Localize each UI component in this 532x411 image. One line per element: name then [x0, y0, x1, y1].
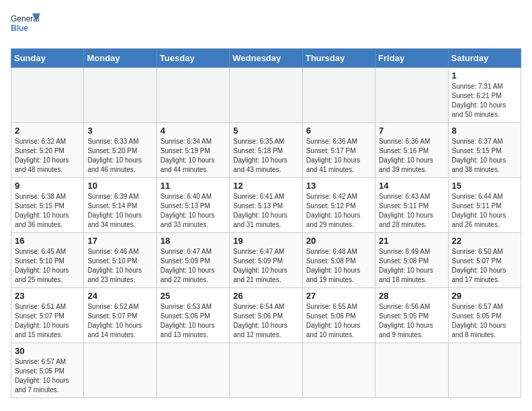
calendar-day-cell: 9Sunrise: 6:38 AM Sunset: 5:15 PM Daylig…: [11, 178, 84, 233]
day-info: Sunrise: 6:34 AM Sunset: 5:19 PM Dayligh…: [161, 137, 226, 175]
day-info: Sunrise: 6:55 AM Sunset: 5:06 PM Dayligh…: [306, 302, 371, 340]
calendar-week-row: 16Sunrise: 6:45 AM Sunset: 5:10 PM Dayli…: [11, 233, 521, 288]
day-number: 3: [87, 126, 152, 136]
calendar-day-cell: [448, 343, 521, 398]
calendar-day-cell: 19Sunrise: 6:47 AM Sunset: 5:09 PM Dayli…: [230, 233, 302, 288]
day-number: 20: [306, 236, 371, 246]
day-info: Sunrise: 6:46 AM Sunset: 5:10 PM Dayligh…: [87, 247, 152, 285]
day-number: 29: [452, 291, 517, 301]
calendar-day-cell: 10Sunrise: 6:39 AM Sunset: 5:14 PM Dayli…: [84, 178, 157, 233]
day-number: 19: [233, 236, 298, 246]
calendar-day-cell: [302, 343, 375, 398]
day-number: 5: [233, 126, 298, 136]
day-info: Sunrise: 6:54 AM Sunset: 5:06 PM Dayligh…: [233, 302, 298, 340]
calendar-day-cell: 6Sunrise: 6:36 AM Sunset: 5:17 PM Daylig…: [302, 123, 375, 178]
calendar-day-cell: 13Sunrise: 6:42 AM Sunset: 5:12 PM Dayli…: [302, 178, 375, 233]
day-info: Sunrise: 6:47 AM Sunset: 5:09 PM Dayligh…: [233, 247, 298, 285]
calendar-day-cell: 16Sunrise: 6:45 AM Sunset: 5:10 PM Dayli…: [11, 233, 84, 288]
day-info: Sunrise: 6:49 AM Sunset: 5:08 PM Dayligh…: [379, 247, 444, 285]
calendar-week-row: 23Sunrise: 6:51 AM Sunset: 5:07 PM Dayli…: [11, 288, 521, 343]
day-number: 6: [306, 126, 371, 136]
calendar-day-cell: 14Sunrise: 6:43 AM Sunset: 5:11 PM Dayli…: [375, 178, 448, 233]
day-number: 12: [233, 181, 298, 191]
calendar-day-cell: [84, 68, 157, 123]
calendar-day-cell: 11Sunrise: 6:40 AM Sunset: 5:13 PM Dayli…: [157, 178, 229, 233]
day-info: Sunrise: 6:43 AM Sunset: 5:11 PM Dayligh…: [379, 192, 444, 230]
calendar-day-cell: [230, 343, 302, 398]
day-number: 14: [379, 181, 444, 191]
calendar-week-row: 1Sunrise: 7:31 AM Sunset: 6:21 PM Daylig…: [11, 68, 521, 123]
calendar-day-cell: 22Sunrise: 6:50 AM Sunset: 5:07 PM Dayli…: [448, 233, 521, 288]
day-number: 1: [452, 71, 517, 81]
calendar-day-cell: 27Sunrise: 6:55 AM Sunset: 5:06 PM Dayli…: [302, 288, 375, 343]
day-info: Sunrise: 6:53 AM Sunset: 5:06 PM Dayligh…: [161, 302, 226, 340]
calendar-day-cell: 20Sunrise: 6:48 AM Sunset: 5:08 PM Dayli…: [302, 233, 375, 288]
day-info: Sunrise: 6:37 AM Sunset: 5:15 PM Dayligh…: [452, 137, 517, 175]
calendar-day-cell: 8Sunrise: 6:37 AM Sunset: 5:15 PM Daylig…: [448, 123, 521, 178]
day-info: Sunrise: 6:35 AM Sunset: 5:18 PM Dayligh…: [233, 137, 298, 175]
day-number: 27: [306, 291, 371, 301]
calendar-week-row: 30Sunrise: 6:57 AM Sunset: 5:05 PM Dayli…: [11, 343, 521, 398]
calendar-header-friday: Friday: [375, 49, 448, 68]
calendar-day-cell: 29Sunrise: 6:57 AM Sunset: 5:05 PM Dayli…: [448, 288, 521, 343]
day-number: 25: [161, 291, 226, 301]
calendar-day-cell: 25Sunrise: 6:53 AM Sunset: 5:06 PM Dayli…: [157, 288, 229, 343]
calendar-day-cell: [230, 68, 302, 123]
day-info: Sunrise: 6:33 AM Sunset: 5:20 PM Dayligh…: [87, 137, 152, 175]
day-info: Sunrise: 6:38 AM Sunset: 5:15 PM Dayligh…: [15, 192, 80, 230]
calendar-day-cell: 30Sunrise: 6:57 AM Sunset: 5:05 PM Dayli…: [11, 343, 84, 398]
calendar-header-row: SundayMondayTuesdayWednesdayThursdayFrid…: [11, 49, 521, 68]
day-number: 18: [161, 236, 226, 246]
day-number: 21: [379, 236, 444, 246]
day-info: Sunrise: 6:45 AM Sunset: 5:10 PM Dayligh…: [15, 247, 80, 285]
day-info: Sunrise: 6:57 AM Sunset: 5:05 PM Dayligh…: [452, 302, 517, 340]
day-info: Sunrise: 6:57 AM Sunset: 5:05 PM Dayligh…: [15, 357, 80, 395]
calendar-header-thursday: Thursday: [302, 49, 375, 68]
calendar-header-tuesday: Tuesday: [157, 49, 229, 68]
day-number: 30: [15, 346, 80, 356]
day-info: Sunrise: 6:40 AM Sunset: 5:13 PM Dayligh…: [161, 192, 226, 230]
day-info: Sunrise: 6:50 AM Sunset: 5:07 PM Dayligh…: [452, 247, 517, 285]
calendar-header-monday: Monday: [84, 49, 157, 68]
calendar-day-cell: 15Sunrise: 6:44 AM Sunset: 5:11 PM Dayli…: [448, 178, 521, 233]
calendar-day-cell: 28Sunrise: 6:56 AM Sunset: 5:05 PM Dayli…: [375, 288, 448, 343]
day-info: Sunrise: 6:52 AM Sunset: 5:07 PM Dayligh…: [87, 302, 152, 340]
calendar-day-cell: 4Sunrise: 6:34 AM Sunset: 5:19 PM Daylig…: [157, 123, 229, 178]
day-number: 8: [452, 126, 517, 136]
day-number: 15: [452, 181, 517, 191]
day-number: 23: [15, 291, 80, 301]
logo: GeneralBlue: [11, 11, 44, 40]
calendar-day-cell: [157, 343, 229, 398]
calendar-day-cell: [375, 68, 448, 123]
calendar-table: SundayMondayTuesdayWednesdayThursdayFrid…: [11, 48, 521, 398]
day-number: 10: [87, 181, 152, 191]
day-info: Sunrise: 6:51 AM Sunset: 5:07 PM Dayligh…: [15, 302, 80, 340]
calendar-day-cell: 1Sunrise: 7:31 AM Sunset: 6:21 PM Daylig…: [448, 68, 521, 123]
day-info: Sunrise: 6:47 AM Sunset: 5:09 PM Dayligh…: [161, 247, 226, 285]
day-info: Sunrise: 6:44 AM Sunset: 5:11 PM Dayligh…: [452, 192, 517, 230]
day-info: Sunrise: 6:48 AM Sunset: 5:08 PM Dayligh…: [306, 247, 371, 285]
calendar-week-row: 9Sunrise: 6:38 AM Sunset: 5:15 PM Daylig…: [11, 178, 521, 233]
day-info: Sunrise: 6:36 AM Sunset: 5:17 PM Dayligh…: [306, 137, 371, 175]
day-info: Sunrise: 6:39 AM Sunset: 5:14 PM Dayligh…: [87, 192, 152, 230]
day-number: 26: [233, 291, 298, 301]
svg-text:Blue: Blue: [11, 24, 28, 33]
day-number: 28: [379, 291, 444, 301]
day-info: Sunrise: 6:56 AM Sunset: 5:05 PM Dayligh…: [379, 302, 444, 340]
day-number: 17: [87, 236, 152, 246]
calendar-day-cell: 12Sunrise: 6:41 AM Sunset: 5:13 PM Dayli…: [230, 178, 302, 233]
day-info: Sunrise: 6:36 AM Sunset: 5:16 PM Dayligh…: [379, 137, 444, 175]
day-number: 11: [161, 181, 226, 191]
day-info: Sunrise: 6:42 AM Sunset: 5:12 PM Dayligh…: [306, 192, 371, 230]
calendar-day-cell: 26Sunrise: 6:54 AM Sunset: 5:06 PM Dayli…: [230, 288, 302, 343]
calendar-day-cell: 24Sunrise: 6:52 AM Sunset: 5:07 PM Dayli…: [84, 288, 157, 343]
day-number: 2: [15, 126, 80, 136]
day-number: 13: [306, 181, 371, 191]
day-info: Sunrise: 6:41 AM Sunset: 5:13 PM Dayligh…: [233, 192, 298, 230]
calendar-header-wednesday: Wednesday: [230, 49, 302, 68]
calendar-week-row: 2Sunrise: 6:32 AM Sunset: 5:20 PM Daylig…: [11, 123, 521, 178]
calendar-day-cell: 21Sunrise: 6:49 AM Sunset: 5:08 PM Dayli…: [375, 233, 448, 288]
calendar-day-cell: [11, 68, 84, 123]
calendar-day-cell: 2Sunrise: 6:32 AM Sunset: 5:20 PM Daylig…: [11, 123, 84, 178]
day-number: 4: [161, 126, 226, 136]
